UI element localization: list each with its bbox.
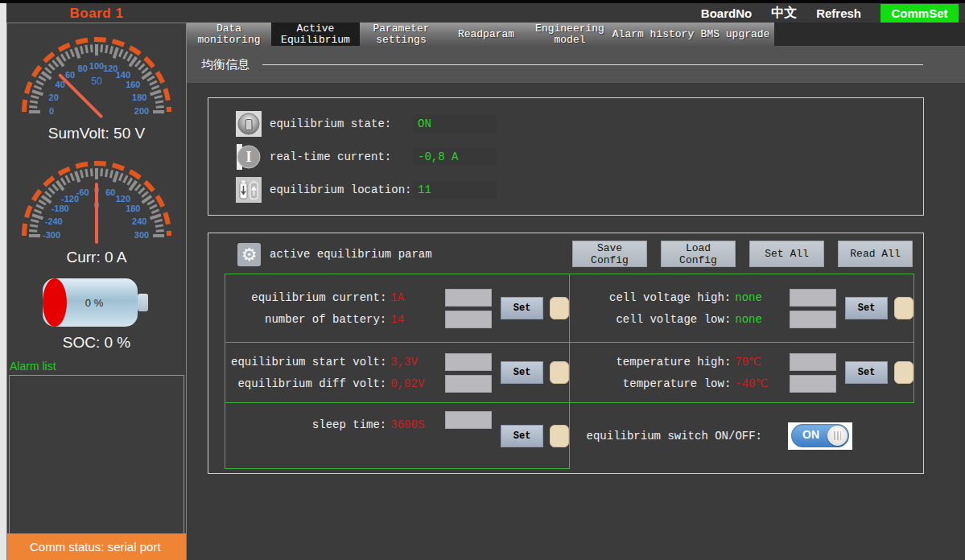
board-title: Board 1 bbox=[6, 6, 187, 22]
confirm-mini-button[interactable] bbox=[550, 297, 569, 319]
set-button[interactable]: Set bbox=[501, 425, 543, 447]
confirm-mini-button[interactable] bbox=[550, 425, 569, 447]
equilibrium-switch-toggle[interactable]: ON bbox=[788, 422, 852, 450]
confirm-mini-button[interactable] bbox=[550, 361, 569, 384]
svg-text:-300: -300 bbox=[43, 230, 60, 240]
param-input[interactable] bbox=[445, 353, 492, 371]
svg-text:60: 60 bbox=[105, 187, 115, 197]
battery-state-icon bbox=[236, 111, 262, 137]
refresh-button[interactable]: Refresh bbox=[816, 6, 861, 20]
save-config-button[interactable]: Save Config bbox=[572, 241, 647, 267]
tab-bms-upgrade[interactable]: BMS upgrade bbox=[696, 23, 774, 46]
read-all-button[interactable]: Read All bbox=[838, 241, 913, 267]
board-no-button[interactable]: BoardNo bbox=[701, 6, 752, 20]
cell-temperature: temperature high: 70℃ temperature low: -… bbox=[569, 342, 914, 403]
commset-button[interactable]: CommSet bbox=[880, 4, 959, 23]
param-value: none bbox=[735, 313, 788, 326]
current-gauge: -300-240-180-120-600601201802403000 bbox=[11, 154, 182, 250]
svg-text:-60: -60 bbox=[76, 187, 89, 197]
confirm-mini-button[interactable] bbox=[894, 361, 913, 384]
confirm-mini-button[interactable] bbox=[894, 297, 913, 319]
param-grid: equilibrium current: 1A number of batter… bbox=[225, 274, 914, 469]
bms-app-window: Board 1 BoardNo 中文 Refresh CommSet Data … bbox=[0, 0, 965, 560]
svg-text:140: 140 bbox=[116, 70, 130, 80]
param-input[interactable] bbox=[445, 311, 492, 328]
svg-text:240: 240 bbox=[132, 216, 146, 226]
param-value: -40℃ bbox=[735, 377, 788, 390]
svg-text:200: 200 bbox=[134, 106, 149, 116]
status-value: 11 bbox=[413, 181, 497, 199]
svg-text:50: 50 bbox=[91, 76, 102, 87]
param-value: 1A bbox=[390, 291, 443, 304]
param-value: 0,02V bbox=[390, 377, 443, 390]
status-value: -0,8 A bbox=[413, 148, 497, 166]
status-row-location: equilibrium location: 11 bbox=[236, 177, 923, 203]
svg-text:0: 0 bbox=[49, 106, 54, 116]
svg-text:-180: -180 bbox=[52, 204, 69, 213]
section-rule bbox=[262, 64, 923, 65]
set-button[interactable]: Set bbox=[501, 361, 543, 384]
cell-sleep-time: sleep time: 3600S Set bbox=[225, 402, 570, 469]
alarm-list[interactable] bbox=[9, 375, 184, 544]
switch-label: equilibrium switch ON/OFF: bbox=[569, 430, 762, 443]
sidebar: 02040608010012014016018020050 SumVolt: 5… bbox=[6, 23, 187, 560]
tab-readparam[interactable]: Readparam bbox=[443, 23, 530, 46]
current-caption: Curr: 0 A bbox=[7, 249, 186, 266]
param-value: 3,3V bbox=[390, 356, 443, 369]
param-input[interactable] bbox=[445, 411, 492, 429]
param-input[interactable] bbox=[790, 289, 836, 307]
svg-text:I: I bbox=[245, 149, 251, 165]
active-equilibrium-param-panel: ⚙ active equilibrium param Save Config L… bbox=[208, 233, 924, 474]
set-button[interactable]: Set bbox=[845, 361, 888, 384]
tab-alarm-history[interactable]: Alarm history bbox=[610, 23, 696, 46]
soc-battery-icon: 0 % bbox=[7, 276, 186, 332]
tab-parameter-settings[interactable]: Parameter settings bbox=[360, 23, 443, 46]
top-bar: Board 1 BoardNo 中文 Refresh CommSet bbox=[6, 3, 965, 23]
param-value: none bbox=[735, 291, 788, 304]
sumvolt-caption: SumVolt: 50 V bbox=[7, 125, 186, 142]
set-button[interactable]: Set bbox=[845, 297, 888, 319]
comm-status-bar: Comm status: serial port bbox=[7, 533, 186, 560]
status-label: equilibrium location: bbox=[270, 183, 413, 196]
equilibrium-status-panel: equilibrium state: ON I real-time curren… bbox=[208, 97, 924, 216]
param-panel-header: ⚙ active equilibrium param Save Config L… bbox=[208, 233, 923, 274]
status-value: ON bbox=[413, 115, 497, 133]
param-value: 70℃ bbox=[735, 355, 788, 369]
load-config-button[interactable]: Load Config bbox=[661, 241, 736, 267]
tab-engineering-model[interactable]: Engineering model bbox=[530, 23, 610, 46]
battery-location-icon bbox=[236, 177, 262, 203]
param-input[interactable] bbox=[445, 289, 492, 307]
param-input[interactable] bbox=[790, 311, 836, 328]
status-label: equilibrium state: bbox=[270, 117, 413, 130]
config-buttons: Save Config Load Config Set All Read All bbox=[572, 241, 913, 267]
svg-text:160: 160 bbox=[126, 80, 140, 89]
tab-data-monitoring[interactable]: Data monitoring bbox=[187, 23, 271, 46]
alarm-list-title: Alarm list bbox=[7, 360, 186, 373]
param-input[interactable] bbox=[790, 353, 836, 371]
param-input[interactable] bbox=[790, 375, 836, 393]
sumvolt-gauge: 02040608010012014016018020050 bbox=[11, 30, 182, 126]
param-value: 14 bbox=[390, 313, 443, 326]
param-panel-title: active equilibrium param bbox=[270, 248, 432, 261]
tab-active-equilibrium[interactable]: Active Equilibrium bbox=[271, 23, 360, 46]
soc-percent-label: 0 % bbox=[85, 297, 104, 309]
toggle-knob-icon bbox=[827, 426, 847, 446]
param-input[interactable] bbox=[445, 375, 492, 393]
main-content: 均衡信息 equilibrium state: bbox=[187, 46, 965, 560]
soc-caption: SOC: 0 % bbox=[7, 334, 186, 352]
comm-status-text: Comm status: serial port bbox=[30, 540, 161, 554]
svg-text:100: 100 bbox=[89, 61, 104, 71]
toggle-state-label: ON bbox=[802, 428, 819, 441]
top-bar-actions: BoardNo 中文 Refresh CommSet bbox=[701, 3, 959, 23]
svg-text:-240: -240 bbox=[45, 216, 63, 226]
set-button[interactable]: Set bbox=[501, 297, 543, 319]
cell-equilibrium-switch: equilibrium switch ON/OFF: ON bbox=[569, 402, 914, 469]
gear-icon: ⚙ bbox=[237, 243, 261, 266]
set-all-button[interactable]: Set All bbox=[749, 241, 824, 267]
svg-text:120: 120 bbox=[116, 194, 130, 204]
svg-text:80: 80 bbox=[78, 64, 88, 73]
svg-text:180: 180 bbox=[132, 93, 146, 102]
language-toggle-button[interactable]: 中文 bbox=[771, 5, 797, 22]
svg-text:20: 20 bbox=[49, 93, 59, 102]
status-row-state: equilibrium state: ON bbox=[236, 111, 923, 137]
